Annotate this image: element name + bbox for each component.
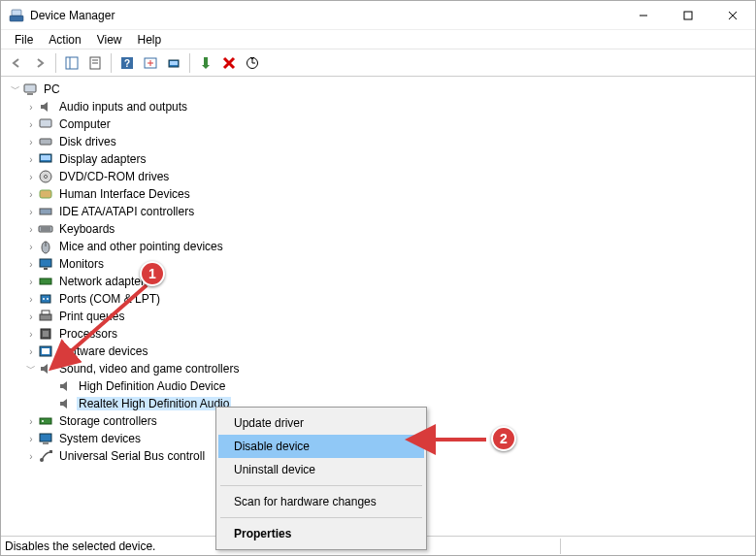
expand-icon[interactable]: › [24,329,38,340]
svg-rect-26 [40,190,51,198]
usb-icon [38,448,53,464]
speaker-icon [57,378,73,394]
svg-rect-28 [39,226,52,232]
svg-rect-27 [40,209,51,214]
tree-item-display-adapters[interactable]: ›Display adapters [1,150,755,168]
svg-rect-40 [42,311,49,314]
mouse-icon [38,239,53,254]
tree-item-computer[interactable]: ›Computer [1,115,755,133]
expand-icon[interactable]: › [24,416,38,427]
ctx-scan-hardware[interactable]: Scan for hardware changes [218,490,424,513]
port-icon [38,291,53,307]
expand-icon[interactable]: › [24,346,38,357]
svg-rect-23 [41,155,50,160]
expand-icon[interactable]: › [24,137,38,147]
svg-rect-20 [40,119,51,127]
tb-help[interactable]: ? [116,52,138,74]
collapse-icon[interactable]: ﹀ [24,362,38,376]
tree-item-ports[interactable]: ›Ports (COM & LPT) [1,290,755,308]
tb-forward[interactable] [29,52,50,74]
display-icon [38,151,53,167]
expand-icon[interactable]: › [24,311,38,322]
tb-properties-sheet[interactable] [84,52,106,74]
disc-icon [38,169,53,184]
tree-item-audio-inputs[interactable]: ›Audio inputs and outputs [1,98,755,115]
tb-back[interactable] [6,52,27,74]
tb-enable[interactable] [195,52,216,74]
tree-item-hid[interactable]: ›Human Interface Devices [1,185,755,203]
expand-icon[interactable]: › [24,119,38,130]
collapse-icon[interactable]: ﹀ [9,82,22,96]
tree-root-label: PC [42,82,62,96]
maximize-button[interactable] [666,1,710,30]
tb-action-icon[interactable] [140,52,161,74]
tb-show-hide-tree[interactable] [61,52,82,74]
svg-rect-1 [12,10,21,16]
tb-update-driver[interactable] [242,52,263,74]
window-title: Device Manager [30,9,621,22]
tb-scan-hardware[interactable] [163,52,184,74]
hid-icon [38,186,53,202]
ctx-update-driver[interactable]: Update driver [218,411,424,435]
system-icon [38,431,53,446]
tree-root[interactable]: ﹀ PC [1,81,755,98]
speaker-icon [38,361,53,376]
svg-rect-16 [204,57,208,65]
tree-item-mice[interactable]: ›Mice and other pointing devices [1,238,755,255]
close-button[interactable] [710,1,755,30]
tree-item-ide[interactable]: ›IDE ATA/ATAPI controllers [1,203,755,220]
tree-item-software-devices[interactable]: ›Software devices [1,343,755,360]
ctx-uninstall-device[interactable]: Uninstall device [218,458,424,481]
tree-item-processors[interactable]: ›Processors [1,325,755,343]
expand-icon[interactable]: › [24,294,38,305]
tree-item-network[interactable]: ›Network adapters [1,273,755,290]
menu-help[interactable]: Help [130,31,170,49]
expand-icon[interactable]: › [24,102,38,113]
ctx-properties[interactable]: Properties [218,522,424,545]
svg-rect-19 [27,93,33,95]
svg-rect-48 [43,442,49,444]
ctx-separator [220,485,422,486]
svg-point-38 [47,298,49,300]
menu-action[interactable]: Action [41,31,88,49]
tree-item-hd-audio-device[interactable]: ›High Definition Audio Device [1,377,755,395]
tree-item-monitors[interactable]: ›Monitors [1,255,755,273]
svg-rect-50 [49,450,52,453]
tree-item-sound-video-game[interactable]: ﹀Sound, video and game controllers [1,360,755,377]
tb-uninstall[interactable] [218,52,240,74]
expand-icon[interactable]: › [24,154,38,165]
cpu-icon [38,326,53,342]
expand-icon[interactable]: › [24,224,38,235]
titlebar: Device Manager [1,1,755,30]
pc-icon [38,116,53,132]
expand-icon[interactable]: › [24,242,38,252]
toolbar: ? [1,49,755,77]
disk-icon [38,134,53,149]
expand-icon[interactable]: › [24,259,38,270]
expand-icon[interactable]: › [24,189,38,200]
svg-rect-18 [24,84,36,92]
device-manager-icon [9,8,24,23]
tree-item-print-queues[interactable]: ›Print queues [1,308,755,325]
expand-icon[interactable]: › [24,451,38,462]
svg-rect-3 [684,12,692,19]
minimize-button[interactable] [621,1,666,30]
tree-item-dvd[interactable]: ›DVD/CD-ROM drives [1,168,755,185]
tb-divider [55,53,56,73]
svg-rect-21 [40,139,51,145]
expand-icon[interactable]: › [24,207,38,217]
menu-file[interactable]: File [7,31,41,49]
tree-item-keyboards[interactable]: ›Keyboards [1,220,755,238]
tree-item-disk-drives[interactable]: ›Disk drives [1,133,755,150]
svg-rect-44 [42,348,49,354]
menu-view[interactable]: View [89,31,130,49]
tb-divider [189,53,190,73]
network-icon [38,274,53,289]
status-divider [560,539,561,554]
expand-icon[interactable]: › [24,434,38,444]
storage-icon [38,413,53,429]
ctx-disable-device[interactable]: Disable device [218,435,424,458]
expand-icon[interactable]: › [24,277,38,287]
speaker-icon [57,396,73,411]
expand-icon[interactable]: › [24,172,38,182]
